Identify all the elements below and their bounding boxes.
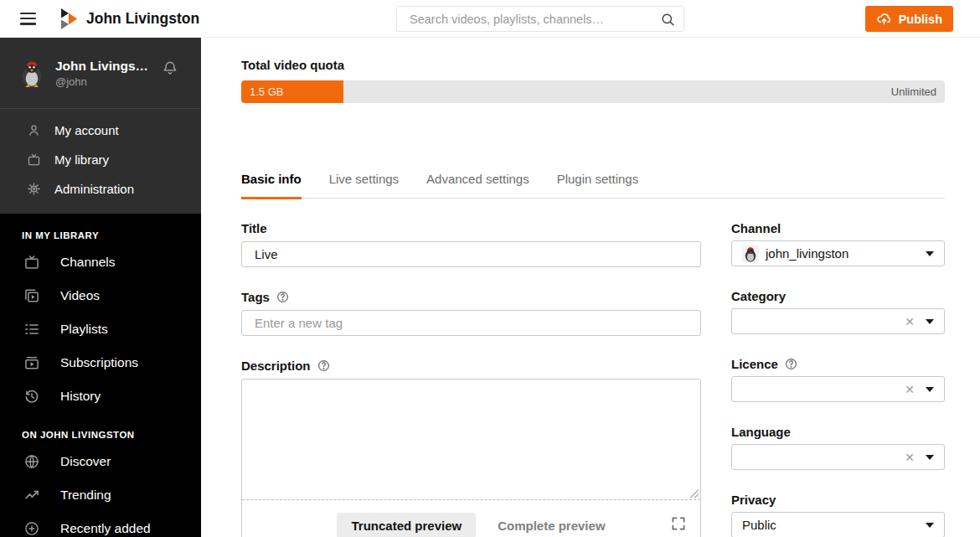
tags-label: Tags	[241, 290, 701, 304]
channel-avatar	[742, 245, 759, 262]
title-label: Title	[241, 221, 701, 235]
peertube-logo-icon[interactable]	[60, 8, 78, 30]
sidebar-item-discover[interactable]: Discover	[0, 445, 201, 478]
plus-circle-icon	[23, 520, 40, 537]
gear-icon	[27, 182, 41, 196]
sidebar-item-history[interactable]: History	[0, 380, 201, 413]
channel-label: Channel	[731, 221, 945, 235]
truncated-preview-button[interactable]: Truncated preview	[337, 513, 476, 537]
user-avatar[interactable]	[17, 58, 47, 88]
user-display-name: John Livings…	[55, 59, 148, 74]
sidebar-item-my-account[interactable]: My account	[0, 116, 201, 145]
search-icon[interactable]	[660, 12, 676, 28]
sidebar-section-in-my-library: IN MY LIBRARY Channels Videos	[0, 214, 201, 413]
quota-used-label: 1.5 GB	[241, 85, 283, 98]
basic-info-form: Title Tags Description	[241, 199, 945, 537]
sidebar-item-label: Videos	[60, 288, 100, 303]
privacy-value: Public	[742, 518, 776, 532]
description-preview-toolbar: Truncated preview Complete preview	[242, 500, 700, 537]
sidebar-item-label: Playlists	[60, 322, 108, 337]
sidebar-item-label: My account	[54, 123, 119, 137]
privacy-select[interactable]: Public	[731, 512, 945, 537]
quota-total-label: Unlimited	[891, 80, 936, 103]
channel-select[interactable]: john_livingston	[731, 240, 945, 266]
chevron-down-icon	[926, 455, 934, 460]
category-select[interactable]: ✕	[731, 308, 945, 334]
clear-icon[interactable]: ✕	[905, 384, 915, 395]
chevron-down-icon	[926, 251, 934, 256]
sidebar-item-trending[interactable]: Trending	[0, 478, 201, 512]
notifications-bell-icon[interactable]	[161, 59, 179, 78]
section-title: IN MY LIBRARY	[0, 230, 201, 240]
sidebar-item-label: Channels	[60, 255, 116, 270]
sidebar-item-videos[interactable]: Videos	[0, 279, 201, 312]
subscriptions-icon	[23, 354, 40, 371]
tags-input[interactable]	[241, 310, 701, 336]
sidebar-item-label: Subscriptions	[60, 355, 138, 370]
tv-icon	[27, 152, 41, 167]
help-icon[interactable]	[317, 359, 331, 373]
fullscreen-icon	[670, 515, 687, 532]
chevron-down-icon	[926, 387, 934, 392]
description-textarea[interactable]	[242, 380, 700, 500]
sidebar-user[interactable]: John Livings… @john	[0, 38, 201, 108]
person-icon	[27, 123, 41, 137]
description-label: Description	[241, 359, 701, 373]
menu-toggle-icon[interactable]	[20, 13, 36, 25]
chevron-down-icon	[926, 319, 934, 324]
sidebar-item-label: Discover	[60, 454, 111, 469]
sidebar-item-playlists[interactable]: Playlists	[0, 312, 201, 346]
category-label: Category	[731, 289, 945, 303]
clear-icon[interactable]: ✕	[905, 452, 915, 463]
clear-icon[interactable]: ✕	[905, 316, 915, 328]
publish-label: Publish	[899, 13, 942, 26]
videos-icon	[23, 287, 40, 304]
title-input[interactable]	[241, 241, 701, 267]
sidebar-item-label: My library	[54, 152, 109, 167]
privacy-label: Privacy	[731, 493, 945, 507]
help-icon[interactable]	[276, 290, 290, 304]
sidebar-item-label: Recently added	[60, 521, 151, 536]
search-box	[396, 6, 684, 32]
sidebar-item-administration[interactable]: Administration	[0, 174, 201, 204]
trending-icon	[23, 487, 40, 503]
licence-label: Licence	[731, 357, 945, 371]
sidebar-item-recently-added[interactable]: Recently added	[0, 512, 201, 537]
channel-value: john_livingston	[766, 246, 848, 261]
language-select[interactable]: ✕	[731, 444, 945, 470]
resize-handle[interactable]	[689, 488, 699, 498]
tab-bar: Basic info Live settings Advanced settin…	[241, 172, 945, 199]
licence-select[interactable]: ✕	[731, 376, 945, 402]
tab-live-settings[interactable]: Live settings	[329, 172, 399, 199]
help-icon[interactable]	[784, 357, 798, 371]
sidebar-item-label: History	[60, 389, 101, 404]
tv-icon	[23, 254, 40, 271]
description-editor: Truncated preview Complete preview	[241, 379, 701, 537]
search-input[interactable]	[397, 7, 683, 31]
history-icon	[23, 388, 40, 405]
language-label: Language	[731, 425, 945, 439]
publish-button[interactable]: Publish	[865, 6, 953, 32]
instance-title[interactable]: John Livingston	[86, 10, 199, 28]
main-content: Total video quota 1.5 GB Unlimited Basic…	[201, 38, 980, 537]
account-menu: My account My library Administration	[0, 108, 201, 214]
sidebar-item-subscriptions[interactable]: Subscriptions	[0, 346, 201, 380]
tab-plugin-settings[interactable]: Plugin settings	[557, 172, 639, 199]
maximize-editor-button[interactable]	[670, 515, 687, 532]
tab-advanced-settings[interactable]: Advanced settings	[426, 172, 529, 199]
sidebar-item-my-library[interactable]: My library	[0, 145, 201, 174]
topbar: John Livingston Publish	[0, 0, 980, 38]
playlist-icon	[23, 321, 40, 338]
sidebar: John Livings… @john My account My librar…	[0, 38, 201, 537]
sidebar-section-on-instance: ON JOHN LIVINGSTON Discover Trending R	[0, 413, 201, 537]
upload-icon	[876, 11, 892, 27]
sidebar-item-label: Administration	[54, 182, 134, 196]
complete-preview-button[interactable]: Complete preview	[498, 519, 605, 533]
quota-progress-bar: 1.5 GB Unlimited	[241, 80, 945, 103]
quota-progress-fill: 1.5 GB	[241, 80, 343, 103]
quota-title: Total video quota	[241, 58, 945, 72]
sidebar-item-label: Trending	[60, 488, 111, 503]
sidebar-item-channels[interactable]: Channels	[0, 245, 201, 279]
chevron-down-icon	[926, 523, 934, 528]
tab-basic-info[interactable]: Basic info	[241, 172, 302, 199]
